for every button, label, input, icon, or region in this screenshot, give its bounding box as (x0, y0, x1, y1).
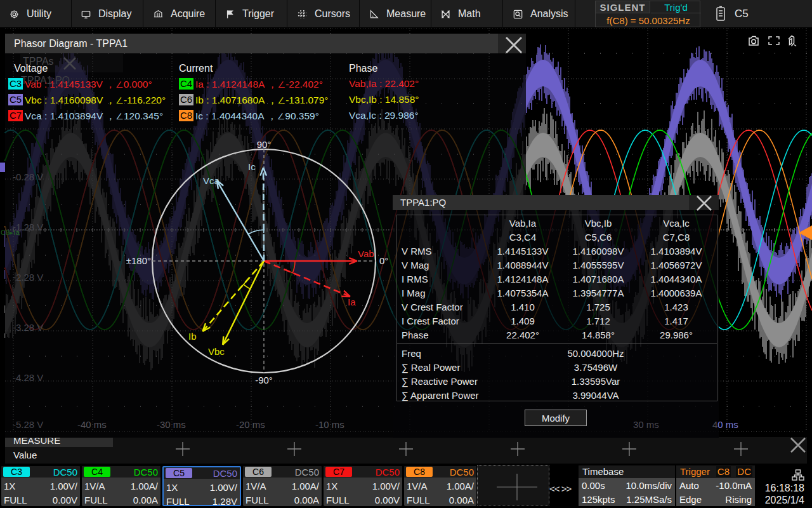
svg-text:Ia: Ia (348, 297, 356, 307)
svg-text:Vab: Vab (358, 248, 374, 259)
svg-text:0°: 0° (379, 255, 388, 266)
svg-text:Vca: Vca (203, 175, 220, 186)
svg-text:Vbc: Vbc (208, 346, 225, 357)
svg-text:90°: 90° (257, 139, 272, 150)
svg-text:-90°: -90° (255, 375, 273, 385)
svg-text:±180°: ±180° (126, 255, 151, 266)
svg-text:Ic: Ic (248, 161, 256, 172)
svg-text:Ib: Ib (188, 331, 197, 342)
